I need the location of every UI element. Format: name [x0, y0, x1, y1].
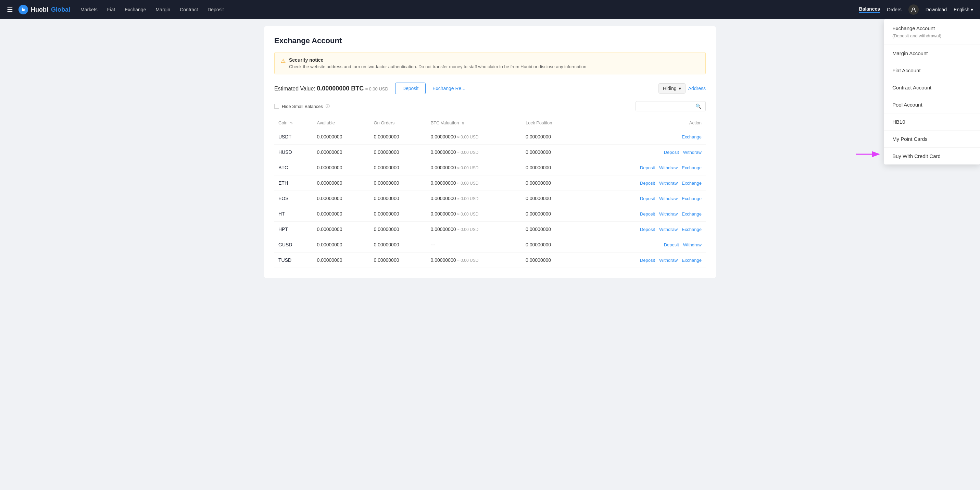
action-deposit-link[interactable]: Deposit: [640, 180, 655, 186]
on-orders-value: 0.00000000: [369, 237, 426, 252]
action-deposit-link[interactable]: Deposit: [640, 258, 655, 263]
table-row: EOS 0.00000000 0.00000000 0.00000000 ≈ 0…: [274, 191, 706, 206]
nav-markets[interactable]: Markets: [81, 5, 98, 14]
action-withdraw-link[interactable]: Withdraw: [659, 211, 678, 217]
action-cell: DepositWithdrawExchange: [581, 176, 706, 191]
on-orders-value: 0.00000000: [369, 160, 426, 176]
action-deposit-link[interactable]: Deposit: [640, 211, 655, 217]
on-orders-value: 0.00000000: [369, 191, 426, 206]
action-cell: DepositWithdrawExchange: [581, 191, 706, 206]
hide-small-balances-checkbox[interactable]: [274, 104, 279, 109]
on-orders-value: 0.00000000: [369, 129, 426, 145]
btc-valuation-value: 0.00000000: [431, 227, 456, 232]
lock-position-value: 0.00000000: [522, 129, 581, 145]
btc-usd-value: ≈ 0.00 USD: [457, 181, 478, 186]
lock-position-value: 0.00000000: [522, 237, 581, 252]
action-cell: DepositWithdraw: [581, 145, 706, 160]
security-notice: ⚠ Security notice Check the website addr…: [274, 52, 706, 74]
btc-valuation-cell: 0.00000000 ≈ 0.00 USD: [426, 191, 522, 206]
table-row: GUSD 0.00000000 0.00000000 --- 0.0000000…: [274, 237, 706, 252]
action-exchange-link[interactable]: Exchange: [682, 227, 702, 232]
account-dropdown: Exchange Account(Deposit and withdrawal)…: [884, 19, 980, 164]
info-icon[interactable]: ⓘ: [326, 104, 330, 109]
action-withdraw-link[interactable]: Withdraw: [659, 180, 678, 186]
btc-sort-icon[interactable]: ⇅: [461, 121, 464, 125]
estimated-row: Estimated Value: 0.00000000 BTC ≈ 0.00 U…: [274, 83, 706, 94]
action-cell: DepositWithdrawExchange: [581, 252, 706, 268]
lock-position-value: 0.00000000: [522, 191, 581, 206]
btc-usd-value: ≈ 0.00 USD: [457, 212, 478, 217]
on-orders-value: 0.00000000: [369, 176, 426, 191]
coin-name: USDT: [278, 134, 291, 139]
hamburger-icon[interactable]: ☰: [7, 5, 13, 14]
available-value: 0.00000000: [313, 176, 369, 191]
col-available: Available: [313, 117, 369, 129]
action-deposit-link[interactable]: Deposit: [640, 196, 655, 201]
btc-valuation-value: ---: [431, 242, 436, 247]
address-button[interactable]: Address: [688, 86, 706, 91]
action-deposit-link[interactable]: Deposit: [664, 150, 679, 155]
dropdown-pool-account[interactable]: Pool Account: [884, 96, 980, 113]
logo[interactable]: Huobi Global: [19, 5, 70, 14]
btc-valuation-value: 0.00000000: [431, 149, 456, 155]
svg-point-1: [913, 8, 915, 10]
dropdown-point-cards[interactable]: My Point Cards: [884, 131, 980, 148]
nav-english[interactable]: English ▾: [954, 7, 973, 12]
lock-position-value: 0.00000000: [522, 160, 581, 176]
deposit-button[interactable]: Deposit: [395, 83, 426, 94]
available-value: 0.00000000: [313, 160, 369, 176]
nav-contract[interactable]: Contract: [180, 5, 198, 14]
user-icon[interactable]: [908, 5, 919, 15]
warning-icon: ⚠: [281, 57, 286, 69]
dropdown-fiat-account[interactable]: Fiat Account: [884, 62, 980, 79]
nav-exchange[interactable]: Exchange: [125, 5, 146, 14]
logo-global-text: Global: [51, 6, 70, 13]
action-cell: DepositWithdrawExchange: [581, 222, 706, 237]
lock-position-value: 0.00000000: [522, 252, 581, 268]
on-orders-value: 0.00000000: [369, 145, 426, 160]
dropdown-buy-credit[interactable]: Buy With Credit Card: [884, 148, 980, 164]
btc-usd-value: ≈ 0.00 USD: [457, 166, 478, 170]
nav-deposit[interactable]: Deposit: [207, 5, 224, 14]
action-withdraw-link[interactable]: Withdraw: [659, 196, 678, 201]
action-withdraw-link[interactable]: Withdraw: [683, 242, 702, 247]
action-withdraw-link[interactable]: Withdraw: [659, 258, 678, 263]
action-exchange-link[interactable]: Exchange: [682, 165, 702, 170]
coin-name: HUSD: [278, 149, 292, 155]
nav-orders[interactable]: Orders: [887, 7, 902, 12]
search-input[interactable]: [639, 104, 694, 109]
chevron-down-icon: ▾: [679, 86, 681, 91]
dropdown-contract-account[interactable]: Contract Account: [884, 79, 980, 96]
dropdown-margin-account[interactable]: Margin Account: [884, 45, 980, 62]
dropdown-hb10[interactable]: HB10: [884, 113, 980, 131]
search-icon[interactable]: 🔍: [695, 104, 701, 109]
action-exchange-link[interactable]: Exchange: [682, 211, 702, 217]
action-exchange-link[interactable]: Exchange: [682, 134, 702, 139]
btc-valuation-cell: 0.00000000 ≈ 0.00 USD: [426, 252, 522, 268]
security-text: Check the website address and turn on tw…: [289, 64, 586, 69]
coin-sort-icon[interactable]: ⇅: [290, 121, 293, 125]
nav-download[interactable]: Download: [926, 7, 947, 12]
action-withdraw-link[interactable]: Withdraw: [659, 165, 678, 170]
table-row: HUSD 0.00000000 0.00000000 0.00000000 ≈ …: [274, 145, 706, 160]
dropdown-exchange-account[interactable]: Exchange Account(Deposit and withdrawal): [884, 19, 980, 45]
action-deposit-link[interactable]: Deposit: [640, 227, 655, 232]
action-deposit-link[interactable]: Deposit: [664, 242, 679, 247]
nav-balances[interactable]: Balances: [859, 6, 880, 13]
exchange-recharge-button[interactable]: Exchange Re...: [433, 86, 465, 91]
table-row: BTC 0.00000000 0.00000000 0.00000000 ≈ 0…: [274, 160, 706, 176]
btc-usd-value: ≈ 0.00 USD: [457, 150, 478, 155]
action-exchange-link[interactable]: Exchange: [682, 196, 702, 201]
nav-fiat[interactable]: Fiat: [107, 5, 115, 14]
action-withdraw-link[interactable]: Withdraw: [683, 150, 702, 155]
action-deposit-link[interactable]: Deposit: [640, 165, 655, 170]
arrow-indicator: [856, 149, 883, 159]
action-withdraw-link[interactable]: Withdraw: [659, 227, 678, 232]
main-content: Exchange Account ⚠ Security notice Check…: [250, 19, 730, 292]
action-exchange-link[interactable]: Exchange: [682, 258, 702, 263]
security-title: Security notice: [289, 57, 586, 63]
nav-margin[interactable]: Margin: [156, 5, 170, 14]
col-coin: Coin ⇅: [274, 117, 313, 129]
hiding-dropdown[interactable]: Hiding ▾: [659, 83, 686, 94]
action-exchange-link[interactable]: Exchange: [682, 180, 702, 186]
